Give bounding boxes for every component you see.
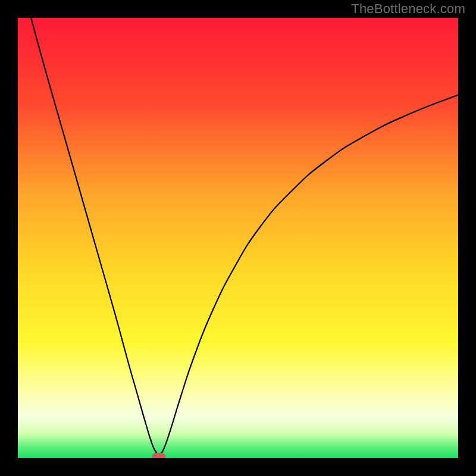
gradient-background [18,18,458,458]
plot-area [18,18,458,458]
chart-frame: TheBottleneck.com [0,0,476,476]
watermark-text: TheBottleneck.com [351,1,465,17]
plot-svg [18,18,458,458]
min-marker [152,453,165,458]
